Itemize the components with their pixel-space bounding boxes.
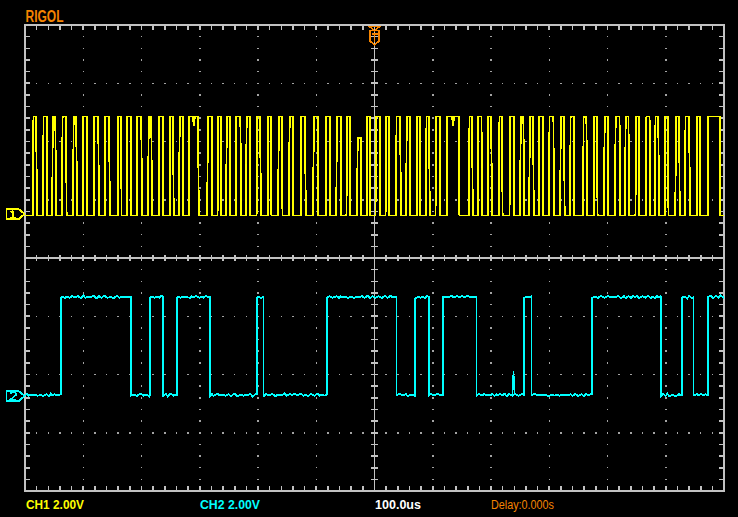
svg-text:CH1 2.00V: CH1 2.00V	[26, 497, 84, 512]
svg-text:Delay:0.000s: Delay:0.000s	[491, 498, 554, 512]
svg-text:100.0us: 100.0us	[375, 497, 421, 512]
svg-text:CH2 2.00V: CH2 2.00V	[200, 497, 260, 512]
svg-text:RIGOL: RIGOL	[26, 8, 64, 25]
